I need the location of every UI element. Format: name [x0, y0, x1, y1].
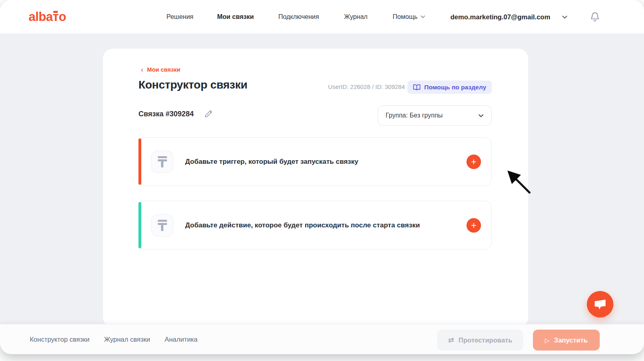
logo-text-t: т — [53, 10, 59, 24]
account-email[interactable]: demo.marketing.07@gmail.com — [450, 0, 550, 34]
add-trigger-button[interactable]: + — [466, 155, 481, 169]
action-step-text: Добавьте действие, которое будет происхо… — [185, 221, 420, 229]
swap-arrows-icon: ⇄ — [448, 336, 454, 344]
trigger-step-text: Добавьте триггер, который будет запускат… — [185, 158, 358, 166]
bottom-action-bar: Конструктор связки Журнал связки Аналити… — [0, 324, 644, 354]
section-help-button[interactable]: Помощь по разделу — [407, 80, 492, 94]
nav-label: Решения — [166, 13, 193, 21]
play-icon: ▷ — [545, 337, 550, 343]
logo-text-2: o — [59, 10, 66, 24]
breadcrumb-back-link[interactable]: ‹ Мои связки — [141, 66, 180, 73]
group-select-value: Группа: Без группы — [386, 112, 443, 119]
account-chevron-down-icon[interactable] — [562, 0, 568, 34]
trigger-t-glyph-icon — [158, 156, 167, 167]
page-title: Конструктор связки — [138, 78, 248, 91]
nav-item-help[interactable]: Помощь — [393, 0, 425, 34]
chevron-down-icon — [478, 114, 484, 118]
bundle-name-row: Связка #309284 — [138, 110, 213, 118]
run-button-label: Запустить — [554, 336, 588, 344]
open-book-icon — [413, 84, 421, 91]
footer-tab-log[interactable]: Журнал связки — [104, 336, 150, 343]
nav-item-log[interactable]: Журнал — [344, 0, 367, 34]
nav-label: Подключения — [278, 13, 319, 21]
add-action-button[interactable]: + — [466, 218, 481, 233]
run-bundle-button[interactable]: ▷ Запустить — [533, 330, 600, 351]
chevron-left-icon: ‹ — [141, 67, 143, 72]
app-window: albaтo Решения Мои связки Подключения Жу… — [0, 0, 644, 354]
trigger-step-card[interactable]: Добавьте триггер, который будет запускат… — [138, 137, 492, 186]
step-icon-tile — [151, 214, 173, 237]
nav-label: Мои связки — [217, 13, 254, 21]
section-help-label: Помощь по разделу — [424, 84, 486, 91]
speech-bubble-icon — [593, 298, 607, 311]
footer-tabs: Конструктор связки Журнал связки Аналити… — [30, 324, 198, 354]
group-select-dropdown[interactable]: Группа: Без группы — [378, 105, 492, 126]
footer-tab-analytics[interactable]: Аналитика — [165, 336, 198, 343]
test-bundle-button[interactable]: ⇄ Протестировать — [437, 330, 523, 351]
edit-bundle-name-button[interactable] — [204, 110, 213, 118]
trigger-t-glyph-icon — [158, 220, 167, 231]
bundle-name: Связка #309284 — [138, 110, 194, 118]
nav-item-solutions[interactable]: Решения — [166, 0, 193, 34]
action-step-card[interactable]: Добавьте действие, которое будет происхо… — [138, 201, 492, 250]
bell-icon[interactable] — [590, 0, 600, 34]
breadcrumb-label: Мои связки — [147, 66, 180, 73]
test-button-label: Протестировать — [458, 336, 512, 344]
logo-text-1: alba — [29, 10, 53, 24]
nav-label: Помощь — [393, 13, 418, 21]
bundle-builder-card: ‹ Мои связки Конструктор связки UserID: … — [103, 49, 528, 327]
trigger-accent-bar — [138, 138, 141, 185]
chat-widget-button[interactable] — [587, 291, 613, 318]
nav-label: Журнал — [344, 13, 367, 21]
nav-item-connections[interactable]: Подключения — [278, 0, 319, 34]
pencil-icon — [204, 110, 213, 118]
top-nav-bar: albaтo Решения Мои связки Подключения Жу… — [0, 0, 644, 34]
step-icon-tile — [151, 151, 173, 173]
user-and-bundle-id: UserID: 226028 / ID: 309284 — [328, 83, 405, 90]
albato-logo[interactable]: albaтo — [29, 0, 66, 34]
chevron-down-icon — [420, 15, 425, 19]
nav-item-my-bundles[interactable]: Мои связки — [217, 0, 254, 34]
action-accent-bar — [138, 202, 141, 248]
footer-tab-builder[interactable]: Конструктор связки — [30, 336, 89, 343]
